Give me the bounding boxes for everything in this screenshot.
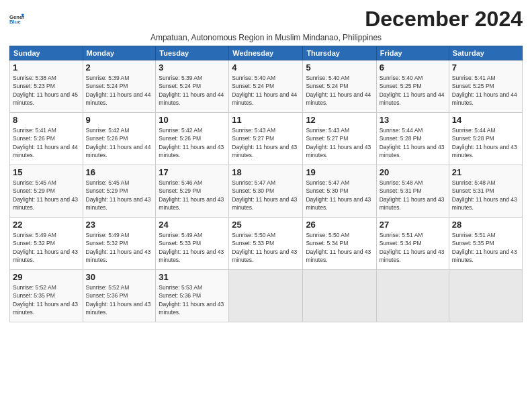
col-friday: Friday <box>376 46 449 60</box>
day-number: 31 <box>159 272 226 282</box>
day-number: 2 <box>86 62 153 73</box>
calendar-cell: 26 Sunrise: 5:50 AM Sunset: 5:34 PM Dayl… <box>303 218 376 270</box>
page: General Blue December 2024 Ampatuan, Aut… <box>0 0 532 411</box>
day-info: Sunrise: 5:48 AM Sunset: 5:31 PM Dayligh… <box>452 179 519 212</box>
calendar-cell: 23 Sunrise: 5:49 AM Sunset: 5:32 PM Dayl… <box>83 218 156 270</box>
calendar-week-row: 8 Sunrise: 5:41 AM Sunset: 5:26 PM Dayli… <box>10 113 523 165</box>
calendar-cell: 24 Sunrise: 5:49 AM Sunset: 5:33 PM Dayl… <box>156 218 229 270</box>
day-info: Sunrise: 5:50 AM Sunset: 5:33 PM Dayligh… <box>232 231 300 264</box>
calendar-week-row: 29 Sunrise: 5:52 AM Sunset: 5:35 PM Dayl… <box>10 270 523 322</box>
day-info: Sunrise: 5:44 AM Sunset: 5:28 PM Dayligh… <box>452 126 519 159</box>
calendar-cell <box>303 270 376 322</box>
col-wednesday: Wednesday <box>229 46 303 60</box>
day-info: Sunrise: 5:49 AM Sunset: 5:33 PM Dayligh… <box>159 231 226 264</box>
day-info: Sunrise: 5:40 AM Sunset: 5:24 PM Dayligh… <box>232 74 300 107</box>
day-number: 22 <box>13 220 80 230</box>
col-monday: Monday <box>83 46 156 60</box>
day-number: 11 <box>232 115 300 125</box>
calendar-cell: 2 Sunrise: 5:39 AM Sunset: 5:24 PM Dayli… <box>83 60 156 113</box>
calendar-cell: 29 Sunrise: 5:52 AM Sunset: 5:35 PM Dayl… <box>10 270 83 322</box>
day-info: Sunrise: 5:39 AM Sunset: 5:24 PM Dayligh… <box>86 74 153 107</box>
calendar-cell: 7 Sunrise: 5:41 AM Sunset: 5:25 PM Dayli… <box>449 60 522 113</box>
day-info: Sunrise: 5:51 AM Sunset: 5:35 PM Dayligh… <box>452 231 519 264</box>
day-number: 23 <box>86 220 153 230</box>
day-info: Sunrise: 5:43 AM Sunset: 5:27 PM Dayligh… <box>306 126 373 159</box>
calendar-cell: 25 Sunrise: 5:50 AM Sunset: 5:33 PM Dayl… <box>229 218 303 270</box>
calendar-cell: 13 Sunrise: 5:44 AM Sunset: 5:28 PM Dayl… <box>376 113 449 165</box>
col-saturday: Saturday <box>449 46 522 60</box>
day-info: Sunrise: 5:48 AM Sunset: 5:31 PM Dayligh… <box>380 179 446 212</box>
calendar-cell: 28 Sunrise: 5:51 AM Sunset: 5:35 PM Dayl… <box>449 218 522 270</box>
day-info: Sunrise: 5:45 AM Sunset: 5:29 PM Dayligh… <box>13 179 80 212</box>
day-info: Sunrise: 5:39 AM Sunset: 5:24 PM Dayligh… <box>159 74 226 107</box>
day-number: 18 <box>232 167 300 177</box>
day-info: Sunrise: 5:47 AM Sunset: 5:30 PM Dayligh… <box>232 179 300 212</box>
calendar-cell: 31 Sunrise: 5:53 AM Sunset: 5:36 PM Dayl… <box>156 270 229 322</box>
logo: General Blue <box>9 12 24 27</box>
day-info: Sunrise: 5:49 AM Sunset: 5:32 PM Dayligh… <box>86 231 153 264</box>
day-info: Sunrise: 5:42 AM Sunset: 5:26 PM Dayligh… <box>86 126 153 159</box>
calendar-cell: 6 Sunrise: 5:40 AM Sunset: 5:25 PM Dayli… <box>376 60 449 113</box>
day-info: Sunrise: 5:43 AM Sunset: 5:27 PM Dayligh… <box>232 126 300 159</box>
day-number: 7 <box>452 62 519 73</box>
day-info: Sunrise: 5:46 AM Sunset: 5:29 PM Dayligh… <box>159 179 226 212</box>
day-number: 1 <box>13 62 80 73</box>
logo-icon: General Blue <box>9 12 24 27</box>
calendar-cell <box>229 270 303 322</box>
day-number: 3 <box>159 62 226 73</box>
calendar-week-row: 1 Sunrise: 5:38 AM Sunset: 5:23 PM Dayli… <box>10 60 523 113</box>
calendar-cell: 3 Sunrise: 5:39 AM Sunset: 5:24 PM Dayli… <box>156 60 229 113</box>
day-info: Sunrise: 5:45 AM Sunset: 5:29 PM Dayligh… <box>86 179 153 212</box>
calendar-cell: 9 Sunrise: 5:42 AM Sunset: 5:26 PM Dayli… <box>83 113 156 165</box>
day-info: Sunrise: 5:53 AM Sunset: 5:36 PM Dayligh… <box>159 283 226 316</box>
day-number: 13 <box>380 115 446 125</box>
calendar-cell: 30 Sunrise: 5:52 AM Sunset: 5:36 PM Dayl… <box>83 270 156 322</box>
day-info: Sunrise: 5:41 AM Sunset: 5:25 PM Dayligh… <box>452 74 519 107</box>
day-info: Sunrise: 5:52 AM Sunset: 5:35 PM Dayligh… <box>13 283 80 316</box>
calendar-cell: 4 Sunrise: 5:40 AM Sunset: 5:24 PM Dayli… <box>229 60 303 113</box>
calendar-cell: 18 Sunrise: 5:47 AM Sunset: 5:30 PM Dayl… <box>229 165 303 218</box>
calendar-cell: 1 Sunrise: 5:38 AM Sunset: 5:23 PM Dayli… <box>10 60 83 113</box>
day-info: Sunrise: 5:38 AM Sunset: 5:23 PM Dayligh… <box>13 74 80 107</box>
calendar-cell: 17 Sunrise: 5:46 AM Sunset: 5:29 PM Dayl… <box>156 165 229 218</box>
day-info: Sunrise: 5:41 AM Sunset: 5:26 PM Dayligh… <box>13 126 80 159</box>
day-info: Sunrise: 5:52 AM Sunset: 5:36 PM Dayligh… <box>86 283 153 316</box>
day-number: 28 <box>452 220 519 230</box>
day-number: 4 <box>232 62 300 73</box>
calendar-table: Sunday Monday Tuesday Wednesday Thursday… <box>9 46 523 322</box>
calendar-cell: 22 Sunrise: 5:49 AM Sunset: 5:32 PM Dayl… <box>10 218 83 270</box>
subtitle: Ampatuan, Autonomous Region in Muslim Mi… <box>9 33 523 42</box>
calendar-cell <box>376 270 449 322</box>
day-number: 24 <box>159 220 226 230</box>
day-number: 5 <box>306 62 373 73</box>
col-tuesday: Tuesday <box>156 46 229 60</box>
svg-text:Blue: Blue <box>9 18 21 24</box>
day-number: 9 <box>86 115 153 125</box>
day-number: 8 <box>13 115 80 125</box>
calendar-cell: 12 Sunrise: 5:43 AM Sunset: 5:27 PM Dayl… <box>303 113 376 165</box>
calendar-cell: 10 Sunrise: 5:42 AM Sunset: 5:26 PM Dayl… <box>156 113 229 165</box>
day-info: Sunrise: 5:40 AM Sunset: 5:24 PM Dayligh… <box>306 74 373 107</box>
day-number: 21 <box>452 167 519 177</box>
day-info: Sunrise: 5:42 AM Sunset: 5:26 PM Dayligh… <box>159 126 226 159</box>
day-number: 10 <box>159 115 226 125</box>
header: General Blue December 2024 <box>9 7 523 32</box>
day-number: 27 <box>380 220 446 230</box>
day-info: Sunrise: 5:40 AM Sunset: 5:25 PM Dayligh… <box>380 74 446 107</box>
day-number: 14 <box>452 115 519 125</box>
calendar-cell: 27 Sunrise: 5:51 AM Sunset: 5:34 PM Dayl… <box>376 218 449 270</box>
day-info: Sunrise: 5:50 AM Sunset: 5:34 PM Dayligh… <box>306 231 373 264</box>
calendar-cell: 20 Sunrise: 5:48 AM Sunset: 5:31 PM Dayl… <box>376 165 449 218</box>
calendar-week-row: 22 Sunrise: 5:49 AM Sunset: 5:32 PM Dayl… <box>10 218 523 270</box>
day-number: 6 <box>380 62 446 73</box>
calendar-cell: 19 Sunrise: 5:47 AM Sunset: 5:30 PM Dayl… <box>303 165 376 218</box>
col-thursday: Thursday <box>303 46 376 60</box>
day-number: 25 <box>232 220 300 230</box>
day-info: Sunrise: 5:47 AM Sunset: 5:30 PM Dayligh… <box>306 179 373 212</box>
day-number: 15 <box>13 167 80 177</box>
day-number: 26 <box>306 220 373 230</box>
calendar-cell: 21 Sunrise: 5:48 AM Sunset: 5:31 PM Dayl… <box>449 165 522 218</box>
calendar-cell: 5 Sunrise: 5:40 AM Sunset: 5:24 PM Dayli… <box>303 60 376 113</box>
day-number: 30 <box>86 272 153 282</box>
calendar-header-row: Sunday Monday Tuesday Wednesday Thursday… <box>10 46 523 60</box>
